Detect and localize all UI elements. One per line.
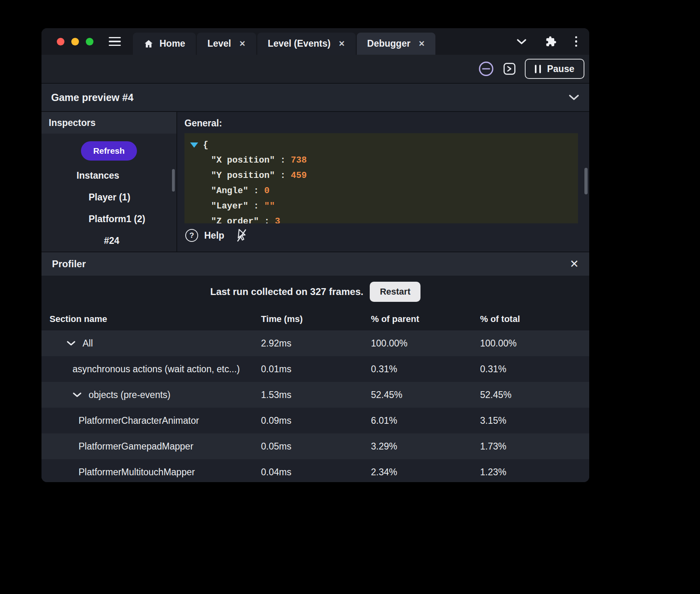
section-time: 0.04ms <box>261 467 371 478</box>
extensions-puzzle-icon[interactable] <box>545 36 557 47</box>
section-time: 0.01ms <box>261 364 371 375</box>
pause-icon <box>535 65 541 73</box>
profiler-row-objects-pre-events[interactable]: objects (pre-events) 1.53ms 52.45% 52.45… <box>41 382 589 408</box>
section-percent-total: 1.73% <box>480 441 589 452</box>
section-percent-parent: 6.01% <box>371 415 480 426</box>
section-name: PlatformerMultitouchMapper <box>79 467 195 478</box>
json-line: "Y position" : 459 <box>190 168 572 183</box>
circled-pause-icon[interactable] <box>478 61 494 77</box>
general-title: General: <box>184 118 589 129</box>
inspectors-header: Inspectors <box>41 112 176 134</box>
column-time: Time (ms) <box>261 314 371 324</box>
tab-level-events[interactable]: Level (Events) ✕ <box>257 33 356 55</box>
console-icon[interactable] <box>503 62 516 75</box>
section-name: asynchronous actions (wait action, etc..… <box>72 364 240 375</box>
tab-label: Level (Events) <box>268 38 331 49</box>
section-percent-parent: 3.29% <box>371 441 480 452</box>
json-root-line: { <box>190 137 572 153</box>
column-percent-parent: % of parent <box>371 314 480 324</box>
general-footer: ? Help <box>185 229 589 242</box>
json-separator: : <box>259 217 275 224</box>
json-value: 3 <box>275 217 280 224</box>
json-line: "Layer" : "" <box>190 198 572 214</box>
section-time: 0.05ms <box>261 441 371 452</box>
game-preview-header[interactable]: Game preview #4 <box>41 83 589 112</box>
traffic-lights <box>41 28 93 55</box>
inspectors-tree: Refresh Instances Player (1) Platform1 (… <box>41 134 176 252</box>
tab-debugger[interactable]: Debugger ✕ <box>357 33 435 55</box>
section-name: objects (pre-events) <box>89 390 170 400</box>
collapse-triangle-icon[interactable] <box>190 142 198 148</box>
chevron-down-icon[interactable] <box>72 392 82 398</box>
json-value: "" <box>264 201 275 211</box>
zoom-window-button[interactable] <box>86 38 93 45</box>
json-separator: : <box>248 186 264 196</box>
profiler-row-character-animator: PlatformerCharacterAnimator 0.09ms 6.01%… <box>41 408 589 433</box>
json-separator: : <box>275 171 291 181</box>
json-separator: : <box>275 155 291 165</box>
close-profiler-icon[interactable]: ✕ <box>570 259 579 270</box>
properties-json-view: { "X position" : 738 "Y position" : 459 … <box>184 133 578 223</box>
profiler-title: Profiler <box>52 258 86 270</box>
cursor-disabled-icon[interactable] <box>236 229 248 242</box>
close-tab-icon[interactable]: ✕ <box>239 39 246 48</box>
profiler-row-all[interactable]: All 2.92ms 100.00% 100.00% <box>41 330 589 356</box>
tree-item-platform1[interactable]: Platform1 (2) <box>41 208 176 230</box>
scrollbar-thumb[interactable] <box>584 168 588 194</box>
section-percent-total: 100.00% <box>480 338 589 349</box>
json-line: "Angle" : 0 <box>190 183 572 198</box>
section-percent-parent: 2.34% <box>371 467 480 478</box>
section-time: 1.53ms <box>261 390 371 400</box>
tab-level[interactable]: Level ✕ <box>197 33 256 55</box>
close-window-button[interactable] <box>57 38 64 45</box>
restart-button[interactable]: Restart <box>370 282 420 302</box>
json-key: "X position" <box>211 155 275 165</box>
menu-icon[interactable] <box>109 37 121 46</box>
profiler-table-header: Section name Time (ms) % of parent % of … <box>41 308 589 330</box>
json-value: 738 <box>291 155 307 165</box>
help-icon[interactable]: ? <box>185 229 198 242</box>
close-tab-icon[interactable]: ✕ <box>418 39 425 48</box>
tab-home[interactable]: Home <box>133 33 196 55</box>
profiler-panel: Last run collected on 327 frames. Restar… <box>41 276 589 482</box>
chevron-down-icon[interactable] <box>568 94 580 101</box>
debugger-split-view: Inspectors Refresh Instances Player (1) … <box>41 112 589 252</box>
section-name: PlatformerCharacterAnimator <box>79 415 199 426</box>
json-key: "Z order" <box>211 217 259 224</box>
json-separator: : <box>248 201 264 211</box>
section-percent-total: 1.23% <box>480 467 589 478</box>
json-key: "Angle" <box>211 186 248 196</box>
scrollbar-thumb[interactable] <box>172 169 175 192</box>
section-time: 2.92ms <box>261 338 371 349</box>
profiler-status-row: Last run collected on 327 frames. Restar… <box>41 276 589 308</box>
section-time: 0.09ms <box>261 415 371 426</box>
tree-item-instance-24[interactable]: #24 <box>41 230 176 252</box>
help-label[interactable]: Help <box>204 230 224 241</box>
profiler-header: Profiler ✕ <box>41 252 589 276</box>
tree-item-instances[interactable]: Instances <box>41 165 176 186</box>
tab-label: Home <box>159 38 185 49</box>
json-value: 459 <box>291 171 307 181</box>
json-key: "Layer" <box>211 201 248 211</box>
json-line: "Z order" : 3 <box>190 214 572 223</box>
tab-bar: Home Level ✕ Level (Events) ✕ Debugger ✕ <box>133 28 435 55</box>
json-value: 0 <box>264 186 269 196</box>
section-name: All <box>83 338 93 349</box>
json-line: "X position" : 738 <box>190 153 572 168</box>
inspectors-panel: Inspectors Refresh Instances Player (1) … <box>41 112 177 252</box>
debugger-toolbar: Pause <box>41 55 589 83</box>
chevron-down-icon[interactable] <box>516 39 527 45</box>
tree-item-player[interactable]: Player (1) <box>41 186 176 208</box>
tab-label: Level <box>207 38 231 49</box>
close-tab-icon[interactable]: ✕ <box>339 39 345 48</box>
tab-label: Debugger <box>367 38 410 49</box>
json-key: "Y position" <box>211 171 275 181</box>
pause-button[interactable]: Pause <box>525 59 584 79</box>
more-options-icon[interactable] <box>575 36 578 47</box>
section-percent-parent: 100.00% <box>371 338 480 349</box>
chevron-down-icon[interactable] <box>66 340 76 346</box>
minimize-window-button[interactable] <box>71 38 79 45</box>
open-brace: { <box>203 140 208 150</box>
profiler-row-async: asynchronous actions (wait action, etc..… <box>41 356 589 382</box>
refresh-button[interactable]: Refresh <box>81 141 137 161</box>
